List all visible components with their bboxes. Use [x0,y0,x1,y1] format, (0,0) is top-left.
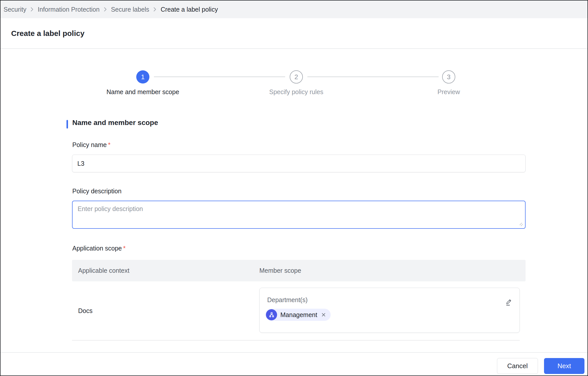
department-icon [266,309,277,320]
step-indicator-2: 2 [290,70,303,83]
resize-grip-icon[interactable] [519,222,523,226]
member-type-label: Department(s) [267,296,308,304]
application-scope-label-text: Application scope [72,245,122,252]
column-member-scope: Member scope [259,260,301,281]
next-button[interactable]: Next [544,358,584,374]
step-indicator-1: 1 [136,70,149,83]
edit-icon [505,298,513,307]
policy-description-wrap [72,201,526,229]
breadcrumb-item-secure-labels[interactable]: Secure labels [111,6,149,13]
section-accent-bar [66,120,68,129]
tag-label: Management [280,311,317,319]
breadcrumb-item-security[interactable]: Security [4,6,26,13]
step-connector-line [154,76,285,77]
section-heading: Name and member scope [72,119,158,127]
cancel-button[interactable]: Cancel [497,358,538,374]
page-title: Create a label policy [11,29,84,38]
step-number: 1 [141,73,145,81]
department-tag: Management [265,309,331,321]
step-number: 2 [295,73,298,81]
policy-description-textarea[interactable] [72,201,526,229]
scope-table-header: Applicable context Member scope [72,260,526,281]
chevron-right-icon [153,7,156,12]
row-context-docs: Docs [78,307,93,315]
step-number: 3 [447,73,450,81]
breadcrumb-item-information-protection[interactable]: Information Protection [38,6,100,13]
remove-tag-icon[interactable] [321,312,327,318]
column-applicable-context: Applicable context [78,260,129,281]
breadcrumb: Security Information Protection Secure l… [1,1,587,18]
step-label-1: Name and member scope [106,88,179,96]
chevron-right-icon [104,7,107,12]
breadcrumb-item-current: Create a label policy [161,6,218,13]
chevron-right-icon [30,7,34,12]
policy-description-label: Policy description [72,187,122,195]
policy-name-label: Policy name* [72,141,110,149]
member-scope-cell: Department(s) Management [259,288,520,333]
create-label-policy-window: Security Information Protection Secure l… [0,0,588,376]
step-label-2: Specify policy rules [269,88,323,96]
step-indicator-3: 3 [442,70,455,83]
required-asterisk: * [108,141,110,148]
row-divider [72,340,520,341]
policy-name-input[interactable] [72,155,526,172]
edit-member-scope-button[interactable] [505,298,513,307]
footer-bar: Cancel Next [1,352,587,375]
step-label-3: Preview [438,88,460,96]
application-scope-label: Application scope* [72,245,126,252]
title-bar: Create a label policy [1,18,587,49]
step-connector-line [307,76,439,77]
policy-name-label-text: Policy name [72,141,107,148]
required-asterisk: * [123,245,126,252]
